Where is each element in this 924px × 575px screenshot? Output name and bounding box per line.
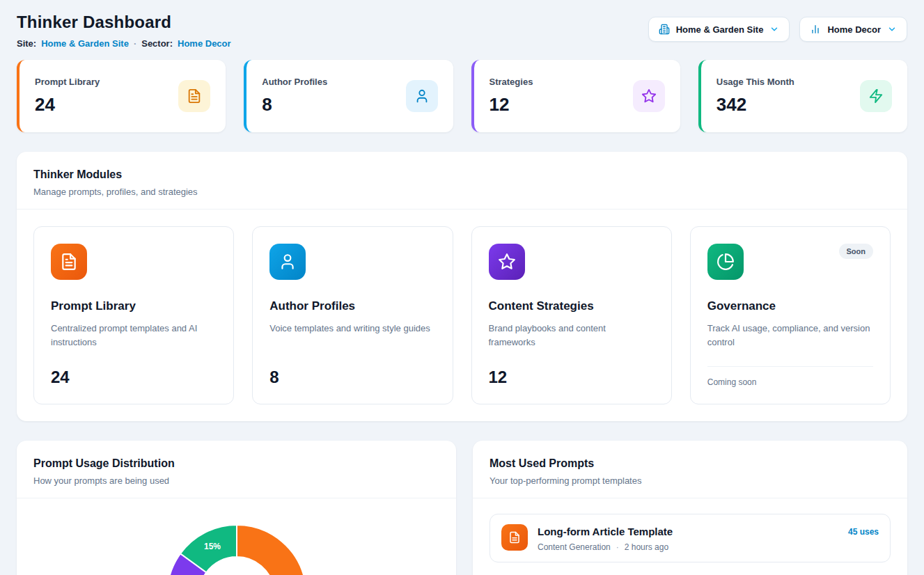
module-card-prompt-library[interactable]: Prompt Library Centralized prompt templa…: [33, 226, 234, 404]
modules-grid: Prompt Library Centralized prompt templa…: [17, 210, 907, 421]
section-subtitle: How your prompts are being used: [33, 475, 439, 486]
module-top: [51, 244, 217, 280]
stats-row: Prompt Library 24 Author Profiles 8 Stra…: [17, 60, 907, 132]
user-icon: [406, 80, 438, 112]
module-top: [269, 244, 435, 280]
chevron-down-icon: [769, 24, 779, 34]
prompt-title: Long-form Article Template: [538, 526, 838, 537]
module-footer: Coming soon: [707, 377, 873, 387]
module-top: [489, 244, 655, 280]
module-title: Governance: [707, 299, 873, 313]
module-title: Content Strategies: [489, 299, 655, 313]
sector-dropdown-label: Home Decor: [827, 24, 881, 35]
module-card-governance[interactable]: Soon Governance Track AI usage, complian…: [690, 226, 891, 404]
sector-label: Sector:: [141, 38, 173, 49]
document-icon: [178, 80, 210, 112]
module-top: Soon: [707, 244, 873, 280]
usage-donut-chart: 45%25%15%15%: [33, 508, 439, 575]
header-actions: Home & Garden Site Home Decor: [648, 13, 907, 42]
page-header: Thinker Dashboard Site: Home & Garden Si…: [17, 13, 907, 49]
site-dropdown-label: Home & Garden Site: [676, 24, 764, 35]
module-count: 24: [51, 368, 217, 387]
soon-badge: Soon: [839, 244, 874, 259]
usage-distribution-panel: Prompt Usage Distribution How your promp…: [17, 441, 456, 575]
module-count: 8: [269, 368, 435, 387]
chevron-down-icon: [887, 24, 897, 34]
prompt-meta: Content Generation · 2 hours ago: [538, 542, 838, 552]
most-used-panel: Most Used Prompts Your top-performing pr…: [473, 441, 907, 575]
bar-chart-icon: [810, 24, 821, 35]
dashboard-page: Thinker Dashboard Site: Home & Garden Si…: [0, 0, 924, 575]
modules-section-header: Thinker Modules Manage prompts, profiles…: [17, 152, 907, 210]
section-subtitle: Manage prompts, profiles, and strategies: [33, 187, 891, 197]
module-title: Prompt Library: [51, 299, 217, 313]
stat-label: Prompt Library: [35, 77, 100, 87]
module-card-author-profiles[interactable]: Author Profiles Voice templates and writ…: [252, 226, 453, 404]
document-icon: [51, 244, 87, 280]
donut-segment-label: 15%: [204, 542, 221, 551]
site-link[interactable]: Home & Garden Site: [41, 38, 129, 49]
stat-info: Usage This Month 342: [717, 77, 794, 116]
stat-value: 342: [717, 94, 794, 116]
stat-label: Usage This Month: [717, 77, 794, 87]
module-count: 12: [489, 368, 655, 387]
thinker-modules-section: Thinker Modules Manage prompts, profiles…: [17, 152, 907, 421]
page-title: Thinker Dashboard: [17, 13, 231, 32]
donut-segment-orange: [237, 525, 306, 575]
section-title: Most Used Prompts: [490, 457, 891, 470]
building-icon: [659, 24, 670, 35]
usage-panel-header: Prompt Usage Distribution How your promp…: [17, 441, 456, 498]
divider: [707, 366, 873, 367]
prompt-uses-badge: 45 uses: [848, 527, 879, 537]
section-title: Prompt Usage Distribution: [33, 457, 439, 470]
sector-link[interactable]: Home Decor: [178, 38, 231, 49]
document-icon: [501, 524, 528, 551]
stat-value: 12: [490, 94, 533, 116]
site-label: Site:: [17, 38, 36, 49]
pie-chart-icon: [707, 244, 744, 280]
site-selector-dropdown[interactable]: Home & Garden Site: [648, 17, 790, 42]
stat-info: Author Profiles 8: [262, 77, 327, 116]
star-icon: [633, 80, 665, 112]
prompt-item-body: Long-form Article Template Content Gener…: [538, 524, 838, 552]
module-card-content-strategies[interactable]: Content Strategies Brand playbooks and c…: [471, 226, 672, 404]
prompt-list: Long-form Article Template Content Gener…: [473, 498, 907, 575]
stat-info: Strategies 12: [490, 77, 533, 116]
stat-card-prompt-library: Prompt Library 24: [17, 60, 226, 132]
module-description: Centralized prompt templates and AI inst…: [51, 322, 217, 349]
module-description: Brand playbooks and content frameworks: [489, 322, 655, 349]
chart-area: 45%25%15%15%: [17, 498, 456, 575]
module-description: Voice templates and writing style guides: [269, 322, 435, 336]
zap-icon: [860, 80, 892, 112]
stat-card-author-profiles: Author Profiles 8: [244, 60, 453, 132]
stat-label: Author Profiles: [262, 77, 327, 87]
separator-dot: ·: [616, 542, 619, 552]
sector-selector-dropdown[interactable]: Home Decor: [799, 17, 907, 42]
user-icon: [269, 244, 306, 280]
prompt-list-item[interactable]: Long-form Article Template Content Gener…: [490, 514, 891, 562]
prompts-panel-header: Most Used Prompts Your top-performing pr…: [473, 441, 907, 498]
stat-card-strategies: Strategies 12: [471, 60, 680, 132]
separator-dot: ·: [134, 38, 136, 49]
stat-info: Prompt Library 24: [35, 77, 100, 116]
prompt-time: 2 hours ago: [625, 542, 668, 552]
stat-value: 24: [35, 94, 100, 116]
section-title: Thinker Modules: [33, 168, 891, 181]
stat-value: 8: [262, 94, 327, 116]
section-subtitle: Your top-performing prompt templates: [490, 475, 891, 486]
prompt-category: Content Generation: [538, 542, 611, 552]
stat-label: Strategies: [490, 77, 533, 87]
stat-card-usage: Usage This Month 342: [698, 60, 907, 132]
header-left: Thinker Dashboard Site: Home & Garden Si…: [17, 13, 231, 49]
module-title: Author Profiles: [269, 299, 435, 313]
module-description: Track AI usage, compliance, and version …: [707, 322, 873, 349]
site-sector-line: Site: Home & Garden Site · Sector: Home …: [17, 38, 231, 49]
bottom-row: Prompt Usage Distribution How your promp…: [17, 441, 907, 575]
star-icon: [489, 244, 525, 280]
